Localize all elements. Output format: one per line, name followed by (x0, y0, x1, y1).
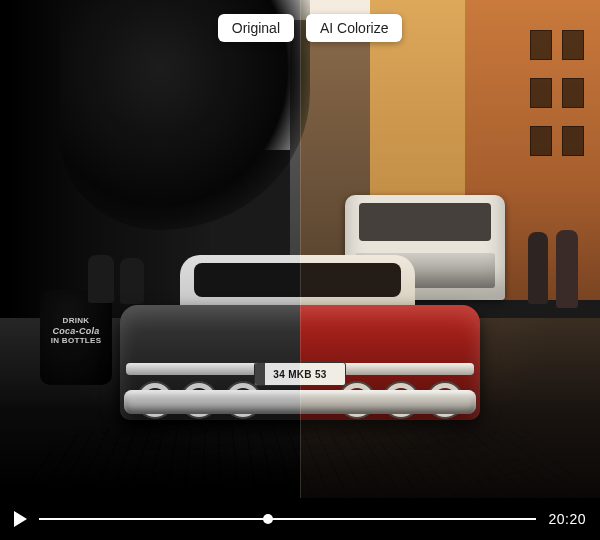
label-original: Original (218, 14, 294, 42)
video-controls: 20:20 (0, 498, 600, 540)
comparison-right-pane: DRINK Coca-Cola IN BOTTLES 34 MKB 53 (300, 0, 600, 498)
barrel-text-1: DRINK (48, 316, 104, 326)
barrel-text-3: IN BOTTLES (48, 336, 104, 346)
play-icon[interactable] (14, 511, 27, 527)
comparison-left-pane: DRINK Coca-Cola IN BOTTLES 34 MKB 53 (0, 0, 300, 498)
license-plate: 34 MKB 53 (254, 362, 300, 386)
video-frame: DRINK Coca-Cola IN BOTTLES 34 MKB 53 (0, 0, 600, 498)
duration-label: 20:20 (548, 511, 586, 527)
progress-thumb[interactable] (263, 514, 273, 524)
progress-fill (39, 518, 268, 520)
license-plate: 34 MKB 53 (300, 362, 346, 386)
license-plate-text: 34 MKB 53 (273, 369, 300, 380)
progress-track[interactable] (39, 510, 536, 528)
label-ai-colorize: AI Colorize (306, 14, 402, 42)
barrel-text-2: Coca-Cola (48, 326, 104, 337)
